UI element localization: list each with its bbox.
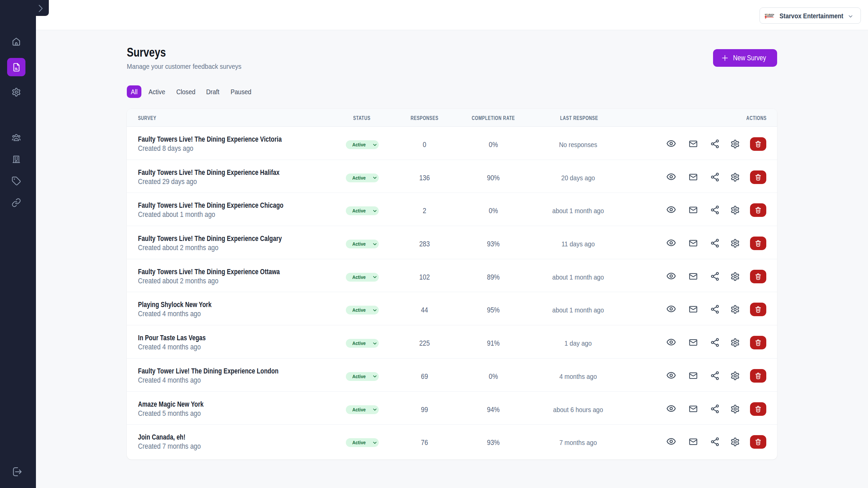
svg-text:RVOX: RVOX	[769, 13, 774, 16]
svg-text:ENTERTAINMENT: ENTERTAINMENT	[767, 16, 773, 17]
